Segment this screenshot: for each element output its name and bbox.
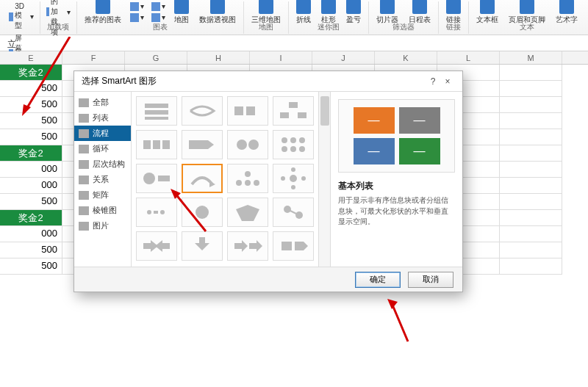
cell[interactable] bbox=[500, 145, 562, 162]
smartart-thumb[interactable] bbox=[273, 198, 314, 227]
col-header[interactable]: L bbox=[437, 51, 500, 64]
category-item[interactable]: 列表 bbox=[74, 110, 131, 126]
preview-title: 基本列表 bbox=[338, 180, 455, 192]
category-item[interactable]: 图片 bbox=[74, 218, 131, 234]
smartart-thumb[interactable] bbox=[136, 96, 177, 126]
cell[interactable]: 500 bbox=[0, 113, 62, 129]
smartart-thumb[interactable] bbox=[227, 96, 268, 126]
preview-block: — bbox=[354, 138, 395, 164]
chart-type-2[interactable]: ▾ bbox=[129, 12, 146, 23]
recommended-charts-button[interactable]: 推荐的图表 bbox=[82, 0, 124, 26]
cell[interactable]: 500 bbox=[0, 81, 62, 97]
smartart-thumb[interactable] bbox=[182, 198, 223, 227]
svg-point-14 bbox=[282, 137, 287, 143]
smartart-thumb[interactable] bbox=[136, 130, 177, 159]
chart-type-3[interactable]: ▾ bbox=[150, 1, 167, 12]
category-item[interactable]: 棱锥图 bbox=[74, 203, 131, 218]
smartart-thumb[interactable] bbox=[227, 164, 268, 193]
cell[interactable] bbox=[500, 210, 562, 226]
cell[interactable] bbox=[500, 258, 562, 275]
smartart-thumb[interactable] bbox=[182, 231, 223, 261]
thumbnail-grid bbox=[132, 92, 318, 267]
formula-bar[interactable]: 立 bbox=[0, 35, 588, 51]
col-header[interactable]: J bbox=[312, 51, 375, 64]
smartart-thumb[interactable] bbox=[136, 164, 177, 193]
cell[interactable]: 500 bbox=[0, 242, 62, 258]
cell[interactable]: 500 bbox=[0, 129, 62, 145]
wordart-button[interactable]: 艺术字 bbox=[553, 0, 581, 26]
smartart-thumb[interactable] bbox=[273, 231, 314, 261]
smartart-thumb[interactable] bbox=[273, 164, 314, 193]
ok-button[interactable]: 确定 bbox=[355, 272, 401, 288]
smartart-thumb[interactable] bbox=[136, 231, 177, 261]
svg-marker-43 bbox=[249, 240, 262, 252]
cell[interactable] bbox=[500, 162, 562, 178]
cell[interactable]: 500 bbox=[0, 258, 62, 275]
cell[interactable] bbox=[500, 81, 562, 97]
sparkline-winloss-button[interactable]: 盈亏 bbox=[343, 0, 364, 26]
dialog-titlebar[interactable]: 选择 SmartArt 图形 ? × bbox=[74, 71, 462, 92]
cell[interactable] bbox=[500, 242, 562, 258]
cell[interactable] bbox=[500, 226, 562, 242]
cell[interactable]: 奖金2 bbox=[0, 145, 62, 162]
svg-line-50 bbox=[392, 303, 408, 341]
smartart-thumb[interactable] bbox=[227, 130, 268, 159]
svg-rect-5 bbox=[289, 102, 298, 108]
ribbon-3d-model[interactable]: 3D 模型 ▾ bbox=[7, 1, 35, 32]
category-item[interactable]: 循环 bbox=[74, 141, 131, 156]
help-button[interactable]: ? bbox=[426, 76, 440, 87]
textbox-button[interactable]: 文本框 bbox=[473, 0, 501, 26]
cell[interactable]: 000 bbox=[0, 162, 62, 178]
cell[interactable] bbox=[500, 97, 562, 113]
col-header[interactable]: I bbox=[250, 51, 312, 64]
smartart-thumb[interactable] bbox=[182, 96, 223, 126]
svg-point-34 bbox=[160, 210, 165, 214]
col-header[interactable]: H bbox=[187, 51, 250, 64]
pivot-chart-button[interactable]: 数据透视图 bbox=[196, 0, 239, 26]
svg-marker-40 bbox=[155, 240, 170, 252]
maps-button[interactable]: 地图 bbox=[171, 0, 192, 26]
smartart-thumb[interactable] bbox=[273, 96, 314, 126]
smartart-thumb[interactable] bbox=[227, 198, 268, 227]
cell[interactable]: 奖金2 bbox=[0, 210, 62, 226]
category-item[interactable]: 流程 bbox=[74, 126, 131, 141]
cancel-button[interactable]: 取消 bbox=[408, 272, 453, 288]
smartart-thumb[interactable] bbox=[227, 231, 268, 261]
category-item[interactable]: 全部 bbox=[74, 95, 131, 110]
smartart-thumb[interactable] bbox=[182, 130, 223, 159]
category-item[interactable]: 矩阵 bbox=[74, 187, 131, 203]
sparkline-line-button[interactable]: 折线 bbox=[293, 0, 314, 26]
smartart-thumb[interactable] bbox=[273, 130, 314, 159]
cell[interactable]: 500 bbox=[0, 97, 62, 113]
svg-marker-45 bbox=[295, 242, 308, 250]
cell[interactable] bbox=[500, 178, 562, 194]
ribbon-my-addins[interactable]: 我的加载项 ▾ bbox=[45, 0, 72, 38]
svg-point-32 bbox=[147, 210, 151, 214]
col-header[interactable]: F bbox=[62, 51, 125, 64]
cell[interactable]: 000 bbox=[0, 178, 62, 194]
smartart-thumb[interactable] bbox=[136, 198, 177, 227]
chart-type-4[interactable]: ▾ bbox=[150, 12, 167, 23]
svg-marker-41 bbox=[195, 237, 209, 250]
ribbon-group-charts: 图表 bbox=[153, 22, 168, 32]
col-header[interactable]: M bbox=[500, 51, 562, 64]
svg-point-35 bbox=[196, 206, 209, 219]
svg-rect-0 bbox=[145, 104, 168, 108]
cell[interactable] bbox=[500, 129, 562, 145]
cell[interactable] bbox=[500, 194, 562, 210]
cell[interactable]: 000 bbox=[0, 226, 62, 242]
cell[interactable] bbox=[500, 113, 562, 129]
chart-type-1[interactable]: ▾ bbox=[129, 1, 146, 12]
cell[interactable] bbox=[500, 65, 562, 81]
col-header[interactable]: E bbox=[0, 51, 62, 64]
thumbs-scrollbar[interactable] bbox=[318, 92, 330, 267]
cell[interactable]: 500 bbox=[0, 194, 62, 210]
cell[interactable]: 奖金2 bbox=[0, 65, 62, 81]
preview-block: — bbox=[399, 138, 440, 164]
category-item[interactable]: 层次结构 bbox=[74, 156, 131, 172]
smartart-thumb[interactable] bbox=[182, 164, 223, 193]
close-button[interactable]: × bbox=[440, 76, 455, 87]
category-item[interactable]: 关系 bbox=[74, 172, 131, 187]
col-header[interactable]: G bbox=[125, 51, 187, 64]
col-header[interactable]: K bbox=[375, 51, 437, 64]
